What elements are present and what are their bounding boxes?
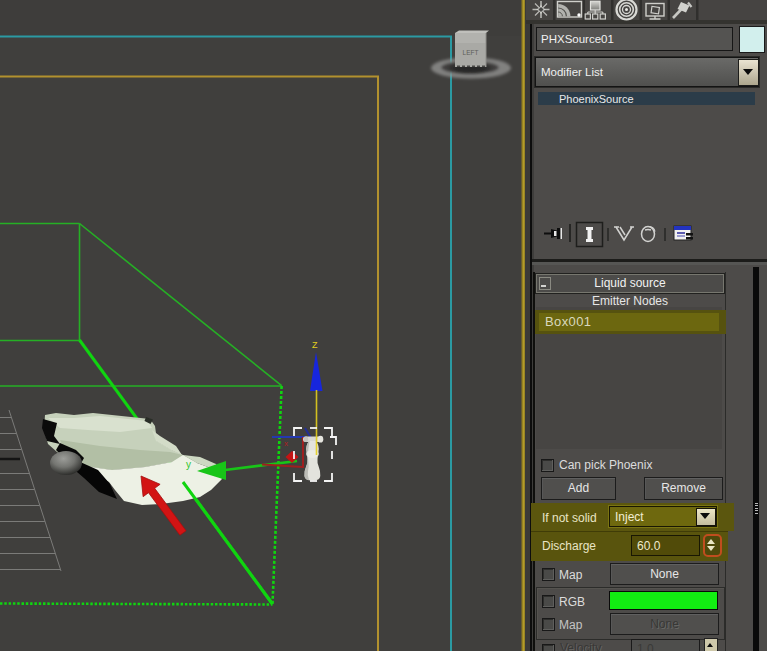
- svg-text:Z: Z: [312, 340, 318, 350]
- svg-text:y: y: [186, 459, 191, 470]
- svg-text:x: x: [284, 439, 288, 448]
- svg-text:LEFT: LEFT: [463, 49, 479, 56]
